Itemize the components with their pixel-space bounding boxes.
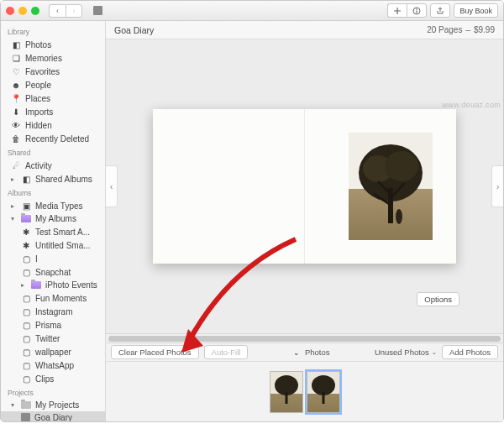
svg-point-7 xyxy=(396,209,402,224)
watermark: www.deuaz.com xyxy=(443,101,501,109)
album-icon: ▢ xyxy=(21,267,31,277)
info-button[interactable] xyxy=(407,3,427,18)
heart-icon: ♡ xyxy=(11,66,21,76)
album-icon: ▢ xyxy=(21,360,31,370)
sidebar-item-media-types[interactable]: ▸▣Media Types xyxy=(1,199,105,212)
people-icon: ☻ xyxy=(11,80,21,90)
album-icon: ▢ xyxy=(21,333,31,343)
window-controls[interactable] xyxy=(6,7,39,15)
album-icon: ▢ xyxy=(21,374,31,384)
trash-icon: 🗑 xyxy=(11,133,21,144)
placed-photo[interactable] xyxy=(349,133,433,240)
folder-icon xyxy=(21,401,31,409)
options-button[interactable]: Options xyxy=(417,292,459,306)
gear-icon: ✱ xyxy=(21,227,31,237)
disclosure-icon[interactable]: ▾ xyxy=(11,401,17,409)
buy-book-button[interactable]: Buy Book xyxy=(454,3,498,18)
sidebar-item-my-projects[interactable]: ▾My Projects xyxy=(1,399,105,411)
sidebar-item-favorites[interactable]: ♡Favorites xyxy=(1,65,105,78)
svg-rect-2 xyxy=(417,10,417,13)
close-icon[interactable] xyxy=(6,7,14,15)
info-icon xyxy=(412,7,421,15)
photos-tray-label: Photos xyxy=(305,348,330,357)
folder-icon xyxy=(31,281,41,289)
prev-page-button[interactable]: ‹ xyxy=(106,165,118,207)
sidebar-item-smart-album[interactable]: ✱Untitled Sma... xyxy=(1,238,105,252)
sidebar-item-shared-albums[interactable]: ▸◧Shared Albums xyxy=(1,172,105,186)
book-spread[interactable] xyxy=(153,109,456,264)
media-types-icon: ▣ xyxy=(21,201,31,211)
album-icon: ▢ xyxy=(21,347,31,357)
page-title: Goa Diary xyxy=(114,25,154,35)
section-header-library: Library xyxy=(1,24,105,38)
sidebar-item-album[interactable]: ▢Prisma xyxy=(1,318,105,332)
forward-button[interactable]: › xyxy=(66,4,82,18)
sidebar-item-album[interactable]: ▢Instagram xyxy=(1,305,105,318)
section-header-projects: Projects xyxy=(1,385,105,399)
section-header-shared: Shared xyxy=(1,145,105,159)
back-button[interactable]: ‹ xyxy=(49,4,66,18)
sidebar-item-smart-album[interactable]: ✱Test Smart A... xyxy=(1,225,105,238)
album-icon: ▢ xyxy=(21,320,31,330)
zoom-icon[interactable] xyxy=(31,7,39,15)
album-icon: ▢ xyxy=(21,306,31,316)
clear-placed-photos-button[interactable]: Clear Placed Photos xyxy=(111,345,199,359)
photo-thumbnail[interactable] xyxy=(270,371,303,413)
left-page[interactable] xyxy=(153,109,304,264)
price: $9.99 xyxy=(474,25,495,34)
svg-rect-11 xyxy=(322,392,324,404)
tree-graphic xyxy=(353,139,428,232)
disclosure-icon[interactable]: ▸ xyxy=(21,281,27,289)
sidebar-item-imports[interactable]: ⬇Imports xyxy=(1,105,105,118)
shared-albums-icon: ◧ xyxy=(21,174,31,184)
horizontal-scrollbar[interactable] xyxy=(106,333,503,343)
sidebar-item-album[interactable]: ▢Fun Moments xyxy=(1,291,105,305)
next-page-button[interactable]: › xyxy=(491,165,503,207)
sidebar-item-places[interactable]: 📍Places xyxy=(1,92,105,105)
folder-icon xyxy=(21,215,31,222)
album-icon: ▢ xyxy=(21,254,31,264)
sidebar-item-my-albums[interactable]: ▾My Albums xyxy=(1,212,105,225)
download-icon: ⬇ xyxy=(11,107,21,117)
sidebar-item-album[interactable]: ▢wallpaper xyxy=(1,345,105,358)
sidebar-item-folder[interactable]: ▸iPhoto Events xyxy=(1,279,105,291)
auto-fill-button[interactable]: Auto-Fill xyxy=(204,345,249,359)
plus-icon xyxy=(393,7,402,15)
share-icon xyxy=(436,7,444,15)
add-photos-button[interactable]: Add Photos xyxy=(442,345,498,359)
activity-icon: ☄ xyxy=(11,160,21,170)
breadcrumb xyxy=(93,6,106,15)
sidebar-item-album[interactable]: ▢Snapchat xyxy=(1,265,105,279)
sidebar-item-album[interactable]: ▢WhatsApp xyxy=(1,358,105,372)
unused-photos-dropdown[interactable]: Unused Photos⌄ xyxy=(375,348,437,357)
book-icon xyxy=(21,413,30,421)
sidebar-item-project-goa-diary[interactable]: Goa Diary xyxy=(1,411,105,421)
add-button[interactable] xyxy=(387,3,407,18)
section-header-albums: Albums xyxy=(1,186,105,199)
chevron-down-icon[interactable]: ⌄ xyxy=(293,348,300,357)
memories-icon: ❑ xyxy=(11,53,21,63)
sidebar-item-memories[interactable]: ❑Memories xyxy=(1,51,105,65)
sidebar-item-people[interactable]: ☻People xyxy=(1,78,105,92)
minimize-icon[interactable] xyxy=(18,7,27,15)
pin-icon: 📍 xyxy=(11,93,21,103)
tree-graphic xyxy=(309,374,338,407)
photo-tray xyxy=(106,362,503,421)
sidebar-item-photos[interactable]: ◧Photos xyxy=(1,38,105,51)
svg-point-1 xyxy=(417,8,418,10)
disclosure-icon[interactable]: ▾ xyxy=(11,215,17,222)
sidebar-item-recently-deleted[interactable]: 🗑Recently Deleted xyxy=(1,132,105,145)
sidebar-item-album[interactable]: ▢Twitter xyxy=(1,332,105,345)
sidebar-item-activity[interactable]: ☄Activity xyxy=(1,159,105,172)
right-page[interactable] xyxy=(305,109,456,264)
hidden-icon: 👁 xyxy=(11,120,21,130)
sidebar-item-album[interactable]: ▢Clips xyxy=(1,372,105,385)
sidebar-item-album[interactable]: ▢I xyxy=(1,252,105,265)
disclosure-icon[interactable]: ▸ xyxy=(11,175,17,183)
separator: – xyxy=(465,25,470,34)
share-button[interactable] xyxy=(430,3,450,18)
disclosure-icon[interactable]: ▸ xyxy=(11,202,17,210)
sidebar-item-hidden[interactable]: 👁Hidden xyxy=(1,118,105,132)
photos-icon: ◧ xyxy=(11,39,21,50)
photo-thumbnail-selected[interactable] xyxy=(307,371,340,413)
